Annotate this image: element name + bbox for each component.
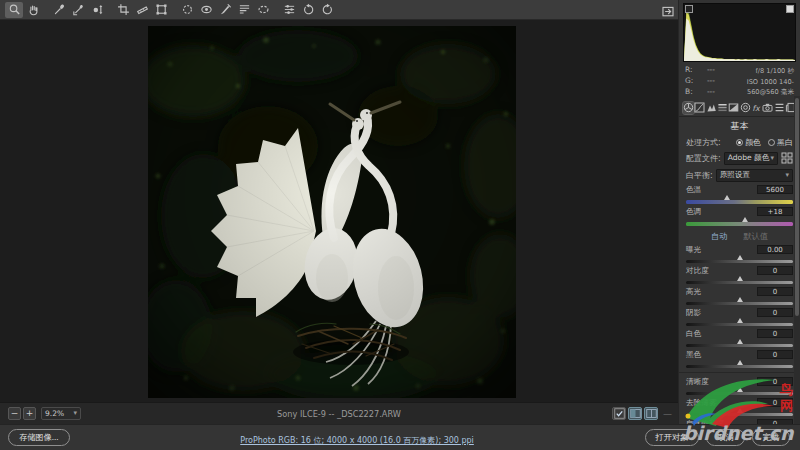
color-sampler-tool[interactable] <box>69 2 87 18</box>
graduated-filter-tool[interactable] <box>235 2 253 18</box>
workflow-options-link[interactable]: ProPhoto RGB: 16 位; 4000 x 4000 (16.0 百万… <box>240 436 474 445</box>
spot-removal-tool[interactable] <box>178 2 196 18</box>
slider-row: 黑色 0 <box>679 349 800 368</box>
white-balance-row: 白平衡: 原照设置 ▾ <box>679 167 800 184</box>
slider-thumb[interactable] <box>737 360 743 365</box>
slider-thumb[interactable] <box>737 276 743 281</box>
detail-tab[interactable] <box>706 102 717 114</box>
zoom-level-select[interactable]: 9.2% ▾ <box>41 407 81 420</box>
split-toning-tab[interactable] <box>728 102 739 114</box>
profile-value: Adobe 颜色 <box>728 153 770 163</box>
slider-value-box[interactable]: +18 <box>757 207 793 216</box>
slider-track[interactable] <box>686 392 793 395</box>
image-filename: Sony ILCE-9 -- _DSC2227.ARW <box>0 409 678 419</box>
transform-tool[interactable] <box>152 2 170 18</box>
scrollbar-thumb[interactable] <box>795 98 799 316</box>
slider-label: 色温 <box>686 185 701 195</box>
crop-tool[interactable] <box>114 2 132 18</box>
radio-icon[interactable] <box>768 139 775 146</box>
panel-scrollbar[interactable] <box>794 96 800 424</box>
swap-settings-icon[interactable]: — <box>663 409 672 419</box>
shadow-clipping-indicator[interactable] <box>685 5 693 13</box>
auto-link[interactable]: 自动 <box>711 231 727 242</box>
slider-track[interactable] <box>686 302 793 305</box>
slider-value-box[interactable]: 0 <box>757 398 793 407</box>
hand-tool[interactable] <box>24 2 42 18</box>
lens-corrections-tab[interactable] <box>739 102 750 114</box>
basic-tab[interactable] <box>683 102 694 114</box>
slider-thumb[interactable] <box>737 318 743 323</box>
rotate-right-tool[interactable] <box>318 2 336 18</box>
slider-track[interactable] <box>686 222 793 226</box>
slider-thumb[interactable] <box>737 339 743 344</box>
auto-default-row: 自动 默认值 <box>679 228 800 244</box>
treatment-option[interactable]: 颜色 <box>736 137 761 148</box>
slider-value-box[interactable]: 0.00 <box>757 245 793 254</box>
save-image-button[interactable]: 存储图像... <box>8 429 70 446</box>
image-workspace[interactable] <box>0 20 678 402</box>
rgb-value-row: G:--- <box>685 76 715 87</box>
zoom-in-button[interactable]: + <box>23 407 36 420</box>
radio-icon[interactable] <box>736 139 743 146</box>
slider-track[interactable] <box>686 344 793 347</box>
slider-value-box[interactable]: 0 <box>757 308 793 317</box>
adjustment-brush-tool[interactable] <box>216 2 234 18</box>
targeted-adjustment-tool[interactable] <box>88 2 106 18</box>
photo-preview[interactable] <box>148 26 516 398</box>
white-balance-value: 原照设置 <box>720 170 750 180</box>
calibration-tab[interactable] <box>762 102 773 114</box>
slider-thumb[interactable] <box>737 408 743 413</box>
slider-thumb[interactable] <box>742 217 748 222</box>
section-divider <box>679 372 800 373</box>
radial-filter-tool[interactable] <box>254 2 272 18</box>
profile-browser-icon[interactable] <box>781 152 793 164</box>
slider-thumb[interactable] <box>724 195 730 200</box>
svg-text:fx: fx <box>752 104 761 113</box>
white-balance-tool[interactable] <box>50 2 68 18</box>
slider-track[interactable] <box>686 260 793 263</box>
slider-value-box[interactable]: 0 <box>757 287 793 296</box>
hsl-tab[interactable] <box>717 102 728 114</box>
slider-value-box[interactable]: 0 <box>757 266 793 275</box>
cancel-button[interactable]: 取消 <box>706 429 744 446</box>
slider-value-box[interactable]: 0 <box>757 329 793 338</box>
rotate-left-tool[interactable] <box>299 2 317 18</box>
straighten-tool[interactable] <box>133 2 151 18</box>
treatment-option[interactable]: 黑白 <box>768 137 793 148</box>
slider-track[interactable] <box>686 323 793 326</box>
profile-label: 配置文件: <box>686 153 721 164</box>
done-button[interactable]: 完成 <box>752 429 790 446</box>
slider-track[interactable] <box>686 365 793 368</box>
open-object-button[interactable]: 打开对象 <box>645 429 700 446</box>
slider-track[interactable] <box>686 281 793 284</box>
slider-track[interactable] <box>686 200 793 204</box>
slider-row: 去除薄雾 0 <box>679 397 800 416</box>
white-balance-select[interactable]: 原照设置 ▾ <box>716 169 793 182</box>
slider-value-box[interactable]: 5600 <box>757 185 793 194</box>
slider-value-box[interactable]: 0 <box>757 377 793 386</box>
slider-track[interactable] <box>686 413 793 416</box>
slider-row: 曝光 0.00 <box>679 244 800 263</box>
preview-toggle-button[interactable] <box>612 407 626 420</box>
before-after-left-right-button[interactable] <box>628 407 642 420</box>
effects-tab[interactable]: fx <box>751 102 762 114</box>
treatment-option-label: 颜色 <box>745 137 761 148</box>
default-link[interactable]: 默认值 <box>743 231 768 242</box>
tone-curve-tab[interactable] <box>694 102 705 114</box>
fullscreen-toggle-icon[interactable] <box>661 3 676 17</box>
slider-thumb[interactable] <box>737 255 743 260</box>
presets-tab[interactable] <box>773 102 784 114</box>
slider-label: 白色 <box>686 329 701 339</box>
highlight-clipping-indicator[interactable] <box>786 5 794 13</box>
slider-label: 阴影 <box>686 308 701 318</box>
white-balance-label: 白平衡: <box>686 170 713 181</box>
slider-thumb[interactable] <box>737 297 743 302</box>
red-eye-tool[interactable] <box>197 2 215 18</box>
profile-select[interactable]: Adobe 颜色 ▾ <box>724 152 778 165</box>
slider-value-box[interactable]: 0 <box>757 350 793 359</box>
preferences-tool[interactable] <box>280 2 298 18</box>
slider-thumb[interactable] <box>737 387 743 392</box>
zoom-tool[interactable] <box>5 2 23 18</box>
before-after-toggle-button[interactable] <box>644 407 658 420</box>
zoom-out-button[interactable]: − <box>8 407 21 420</box>
